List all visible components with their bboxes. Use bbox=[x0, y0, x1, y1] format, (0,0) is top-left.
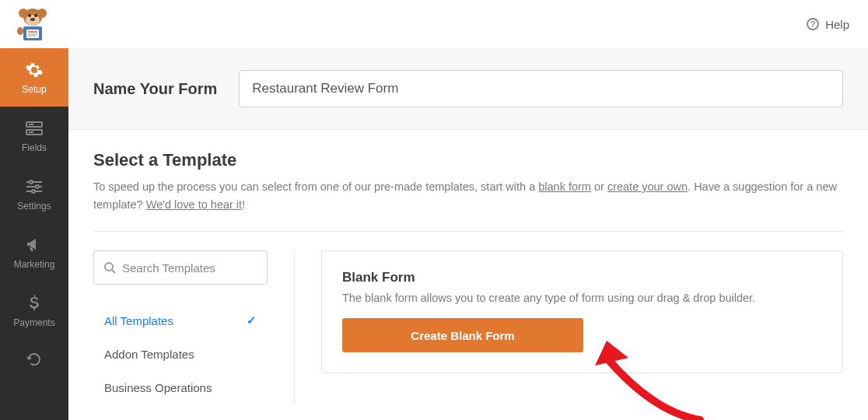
sidebar-item-marketing[interactable]: Marketing bbox=[0, 223, 68, 282]
search-icon bbox=[103, 261, 116, 274]
revisions-icon bbox=[26, 350, 42, 369]
category-label: Addon Templates bbox=[104, 348, 194, 361]
bullhorn-icon bbox=[26, 236, 43, 254]
svg-point-5 bbox=[34, 14, 37, 17]
help-link[interactable]: ? Help bbox=[807, 18, 849, 31]
blank-form-link[interactable]: blank form bbox=[538, 180, 591, 193]
dollar-icon bbox=[29, 294, 40, 313]
help-icon: ? bbox=[807, 18, 819, 30]
svg-point-2 bbox=[37, 9, 47, 18]
category-all-templates[interactable]: All Templates ✓ bbox=[93, 303, 268, 338]
sidebar-item-settings[interactable]: Settings bbox=[0, 165, 68, 223]
help-label: Help bbox=[825, 18, 849, 31]
create-own-link[interactable]: create your own bbox=[607, 180, 688, 193]
select-template-title: Select a Template bbox=[93, 150, 843, 170]
sliders-icon bbox=[26, 177, 43, 196]
category-label: All Templates bbox=[104, 314, 173, 327]
card-description: The blank form allows you to create any … bbox=[342, 292, 822, 304]
check-icon: ✓ bbox=[247, 313, 257, 327]
category-addon-templates[interactable]: Addon Templates bbox=[93, 338, 268, 371]
svg-point-20 bbox=[30, 180, 33, 184]
sidebar-label: Setup bbox=[22, 84, 46, 95]
search-templates-input[interactable]: Search Templates bbox=[93, 250, 268, 285]
svg-point-12 bbox=[17, 27, 23, 35]
svg-point-6 bbox=[30, 18, 35, 21]
category-label: Business Operations bbox=[104, 381, 212, 394]
name-form-label: Name Your Form bbox=[93, 80, 217, 98]
search-placeholder: Search Templates bbox=[122, 261, 215, 275]
sidebar-label: Settings bbox=[17, 201, 51, 212]
sidebar-item-setup[interactable]: Setup bbox=[0, 48, 68, 107]
sidebar-item-fields[interactable]: Fields bbox=[0, 107, 68, 165]
svg-point-22 bbox=[32, 190, 35, 193]
svg-point-4 bbox=[28, 14, 31, 17]
wpforms-logo bbox=[9, 5, 56, 44]
suggestion-link[interactable]: We'd love to hear it bbox=[146, 198, 242, 211]
svg-point-1 bbox=[19, 9, 28, 18]
content-area: Name Your Form Select a Template To spee… bbox=[68, 48, 868, 420]
svg-point-21 bbox=[36, 185, 39, 188]
category-business-operations[interactable]: Business Operations bbox=[93, 371, 268, 404]
sidebar-item-more[interactable] bbox=[0, 340, 68, 379]
sidebar-label: Payments bbox=[13, 317, 54, 328]
sidebar: Setup Fields Settings Marketing Payments bbox=[0, 48, 68, 420]
sidebar-item-payments[interactable]: Payments bbox=[0, 282, 68, 340]
blank-form-card: Blank Form The blank form allows you to … bbox=[321, 250, 843, 373]
divider bbox=[93, 231, 843, 232]
svg-point-23 bbox=[105, 263, 113, 271]
select-template-description: To speed up the process you can select f… bbox=[93, 178, 843, 214]
sidebar-label: Fields bbox=[22, 142, 47, 153]
card-title: Blank Form bbox=[342, 270, 822, 285]
gear-icon bbox=[25, 61, 44, 79]
svg-line-24 bbox=[112, 270, 115, 273]
sidebar-label: Marketing bbox=[14, 259, 55, 270]
create-blank-form-button[interactable]: Create Blank Form bbox=[342, 318, 583, 352]
form-name-input[interactable] bbox=[239, 70, 843, 107]
fields-icon bbox=[26, 119, 43, 138]
